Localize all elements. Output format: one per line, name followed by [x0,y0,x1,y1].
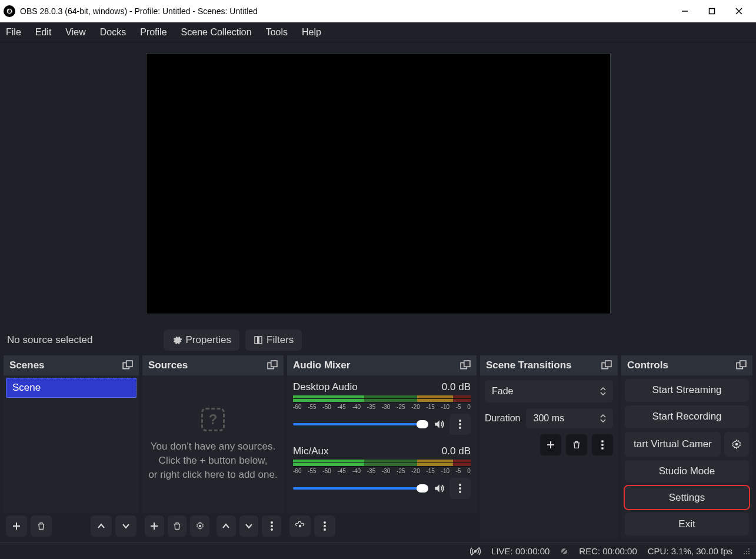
preview-area [0,42,756,325]
remove-transition-button[interactable] [566,434,587,455]
popout-icon[interactable] [122,360,133,371]
source-down-button[interactable] [239,515,259,537]
updown-icon [600,387,606,396]
audio-mixer-title: Audio Mixer [293,360,350,371]
transition-more-button[interactable] [592,434,613,455]
properties-label: Properties [186,334,231,346]
scene-item[interactable]: Scene [6,378,136,398]
audio-channel-more-button[interactable] [449,414,471,435]
audio-advanced-button[interactable] [289,515,311,537]
popout-icon[interactable] [460,360,471,371]
menubar: File Edit View Docks Profile Scene Colle… [0,22,756,42]
resize-grip-icon[interactable] [743,548,750,555]
svg-point-51 [746,553,747,554]
svg-point-50 [744,553,745,554]
maximize-button[interactable] [698,0,725,22]
source-up-button[interactable] [217,515,236,537]
scene-up-button[interactable] [91,515,112,537]
svg-rect-14 [271,361,277,367]
controls-title: Controls [627,360,668,371]
svg-point-18 [271,521,273,524]
close-button[interactable] [725,0,752,22]
audio-channel: Desktop Audio 0.0 dB -60-55-50-45-40-35-… [293,381,471,435]
filters-button[interactable]: Filters [245,330,302,351]
menu-scene-collection[interactable]: Scene Collection [181,27,252,38]
menu-profile[interactable]: Profile [140,27,166,38]
audio-meter [293,460,471,467]
menu-help[interactable]: Help [302,27,321,38]
menu-tools[interactable]: Tools [266,27,288,38]
svg-point-25 [459,427,461,429]
popout-icon[interactable] [601,360,612,371]
statusbar: LIVE: 00:00:00 REC: 00:00:00 CPU: 3.1%, … [0,543,756,559]
popout-icon[interactable] [267,360,278,371]
duration-spinbox[interactable]: 300 ms [526,408,613,428]
no-source-label: No source selected [7,334,93,346]
add-scene-button[interactable] [6,515,27,537]
scenes-title: Scenes [9,360,45,371]
svg-point-52 [748,553,750,554]
window-titlebar: OBS 28.0.3 (64-bit, windows) - Profile: … [0,0,756,22]
scene-down-button[interactable] [115,515,136,537]
svg-point-20 [271,528,273,531]
sources-dock: Sources ? You don't have any sources. Cl… [142,355,284,539]
source-properties-button[interactable] [190,515,209,537]
svg-rect-41 [740,361,746,367]
audio-channel-level: 0.0 dB [442,381,471,393]
popout-icon[interactable] [736,360,747,371]
preview-canvas[interactable] [146,53,611,314]
volume-slider[interactable] [293,487,428,490]
svg-point-37 [601,440,604,442]
volume-slider[interactable] [293,423,428,425]
source-toolbar: No source selected Properties Filters [0,325,756,355]
svg-point-39 [601,447,604,450]
menu-file[interactable]: File [6,27,21,38]
exit-button[interactable]: Exit [625,513,749,535]
sources-empty-line3: or right click here to add one. [148,469,277,481]
sources-title: Sources [148,360,188,371]
remove-source-button[interactable] [168,515,187,537]
menu-view[interactable]: View [65,27,85,38]
properties-button[interactable]: Properties [164,330,239,351]
source-more-button[interactable] [262,515,281,537]
live-status: LIVE: 00:00:00 [491,546,549,556]
audio-channel-name: Mic/Aux [293,445,328,457]
add-source-button[interactable] [145,515,164,537]
audio-channel-more-button[interactable] [449,478,471,499]
audio-more-button[interactable] [314,515,335,537]
menu-docks[interactable]: Docks [100,27,126,38]
audio-meter [293,395,471,402]
menu-edit[interactable]: Edit [35,27,52,38]
sources-empty-line1: You don't have any sources. [151,441,275,452]
start-virtual-camera-button[interactable]: tart Virtual Camer [625,432,721,457]
add-transition-button[interactable] [540,434,561,455]
filters-label: Filters [267,334,294,346]
transitions-dock: Scene Transitions Fade Duration 300 ms [480,355,618,539]
svg-point-49 [748,551,750,552]
svg-point-24 [459,423,461,425]
sources-empty-state: ? You don't have any sources. Click the … [145,378,281,511]
studio-mode-button[interactable]: Studio Mode [625,460,749,483]
svg-point-29 [299,525,302,528]
audio-channel-name: Desktop Audio [293,381,358,393]
transition-selected: Fade [492,386,513,397]
audio-mixer-dock: Audio Mixer Desktop Audio 0.0 dB -60-55-… [287,355,477,539]
svg-point-32 [324,528,326,531]
svg-rect-4 [710,9,715,14]
start-recording-button[interactable]: Start Recording [625,405,749,428]
svg-point-48 [746,551,747,552]
svg-rect-22 [464,361,470,367]
svg-point-31 [324,525,326,527]
cpu-status: CPU: 3.1%, 30.00 fps [648,546,732,556]
transition-select[interactable]: Fade [485,380,613,402]
remove-scene-button[interactable] [31,515,52,537]
minimize-button[interactable] [671,0,698,22]
start-streaming-button[interactable]: Start Streaming [625,379,749,402]
svg-point-17 [199,525,201,527]
settings-button[interactable]: Settings [625,486,749,509]
obs-logo-icon [4,5,15,17]
rec-status: REC: 00:00:00 [579,546,637,556]
speaker-icon[interactable] [433,483,445,494]
speaker-icon[interactable] [433,418,445,430]
virtual-camera-settings-button[interactable] [724,432,749,457]
